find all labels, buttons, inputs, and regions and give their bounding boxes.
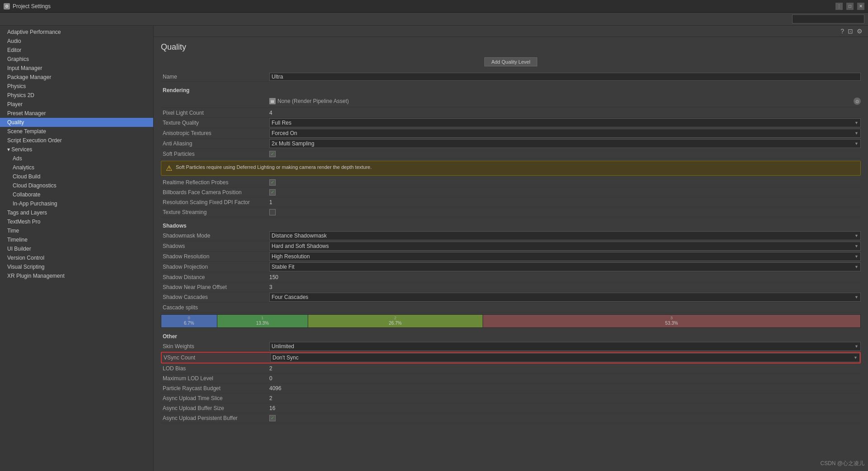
sidebar-item-scene-template[interactable]: Scene Template — [0, 127, 153, 136]
sidebar-item-textmesh-pro[interactable]: TextMesh Pro — [0, 217, 153, 226]
sidebar-item-preset-manager[interactable]: Preset Manager — [0, 109, 153, 118]
title-bar-left: ⚙ Project Settings — [4, 3, 51, 9]
add-quality-button[interactable]: Add Quality Level — [484, 57, 537, 66]
anti-aliasing-label: Anti Aliasing — [161, 140, 269, 147]
cascade-segment-1[interactable]: 113.3% — [217, 315, 308, 327]
app-icon: ⚙ — [4, 3, 10, 9]
cascade-num-1: 1 — [261, 316, 263, 320]
sidebar-item-player[interactable]: Player — [0, 100, 153, 109]
particle-raycast-text: 4096 — [269, 385, 282, 392]
sidebar-item-script-execution-order[interactable]: Script Execution Order — [0, 136, 153, 145]
sidebar-item-services[interactable]: ▾ Services — [0, 145, 153, 154]
search-input[interactable] — [792, 14, 864, 23]
realtime-reflection-checkbox[interactable]: ✓ — [269, 179, 276, 186]
shadows-selected: Hard and Soft Shadows — [272, 243, 329, 249]
add-quality-row: Add Quality Level — [154, 56, 868, 72]
shadow-distance-row: Shadow Distance 150 — [161, 272, 861, 282]
name-row: Name — [161, 72, 861, 82]
cascade-segment-0[interactable]: 06.7% — [161, 315, 217, 327]
cascade-segment-3[interactable]: 353.3% — [483, 315, 860, 327]
async-time-slice-text: 2 — [269, 395, 272, 401]
sidebar-item-in-app-purchasing[interactable]: In-App Purchasing — [0, 199, 153, 208]
shadow-cascades-dropdown[interactable]: Four Cascades ▼ — [269, 293, 861, 302]
shadows-arrow-icon: ▼ — [854, 244, 859, 248]
soft-particles-checkbox[interactable]: ✓ — [269, 151, 276, 157]
vsync-count-dropdown[interactable]: Don't Sync ▼ — [270, 353, 860, 362]
sidebar-item-graphics[interactable]: Graphics — [0, 55, 153, 64]
sidebar-item-physics-2d[interactable]: Physics 2D — [0, 91, 153, 100]
async-persistent-buffer-checkbox[interactable]: ✓ — [269, 415, 276, 421]
texture-streaming-checkbox[interactable]: ✓ — [269, 209, 276, 215]
menu-button[interactable]: ⋮ — [835, 3, 843, 10]
sidebar: Adaptive Performance Audio Editor Graphi… — [0, 26, 154, 471]
max-lod-row: Maximum LOD Level 0 — [161, 373, 861, 383]
anti-aliasing-arrow-icon: ▼ — [854, 141, 859, 146]
sidebar-item-package-manager[interactable]: Package Manager — [0, 73, 153, 82]
close-button[interactable]: ✕ — [857, 3, 864, 10]
cascade-bar[interactable]: 06.7%113.3%226.7%353.3% — [161, 314, 861, 328]
sidebar-item-input-manager[interactable]: Input Manager — [0, 64, 153, 73]
sidebar-item-adaptive-performance[interactable]: Adaptive Performance — [0, 28, 153, 37]
shadowmask-mode-dropdown[interactable]: Distance Shadowmask ▼ — [269, 231, 861, 240]
async-buffer-size-label: Async Upload Buffer Size — [161, 405, 269, 411]
shadow-distance-label: Shadow Distance — [161, 274, 269, 280]
settings-icon-button[interactable]: ⚙ — [857, 28, 863, 35]
texture-quality-row: Texture Quality Full Res ▼ — [161, 118, 861, 128]
shadow-projection-dropdown[interactable]: Stable Fit ▼ — [269, 262, 861, 271]
max-lod-label: Maximum LOD Level — [161, 375, 269, 382]
vsync-count-value: Don't Sync ▼ — [270, 353, 860, 362]
particle-raycast-value: 4096 — [269, 385, 861, 392]
shadow-cascades-value: Four Cascades ▼ — [269, 293, 861, 302]
async-persistent-buffer-row: Async Upload Persistent Buffer ✓ — [161, 413, 861, 423]
name-value — [269, 73, 861, 81]
help-icon-button[interactable]: ? — [840, 28, 844, 35]
billboards-face-value: ✓ — [269, 189, 861, 196]
cascade-pct-1: 13.3% — [256, 321, 269, 326]
sidebar-item-cloud-diagnostics[interactable]: Cloud Diagnostics — [0, 181, 153, 190]
sidebar-item-tags-and-layers[interactable]: Tags and Layers — [0, 208, 153, 217]
asset-file-icon: ▤ — [269, 98, 276, 104]
billboards-face-checkbox[interactable]: ✓ — [269, 189, 276, 196]
shadow-projection-label: Shadow Projection — [161, 264, 269, 270]
sidebar-item-ui-builder[interactable]: UI Builder — [0, 244, 153, 253]
main-layout: Adaptive Performance Audio Editor Graphi… — [0, 26, 868, 471]
sidebar-item-physics[interactable]: Physics — [0, 82, 153, 91]
sidebar-item-version-control[interactable]: Version Control — [0, 253, 153, 262]
texture-quality-selected: Full Res — [272, 120, 291, 126]
texture-quality-value[interactable]: Full Res ▼ — [269, 118, 861, 127]
page-title: Quality — [154, 37, 868, 56]
vsync-count-arrow-icon: ▼ — [854, 355, 858, 360]
shadows-dropdown[interactable]: Hard and Soft Shadows ▼ — [269, 242, 861, 251]
async-buffer-size-value: 16 — [269, 405, 861, 411]
sidebar-item-cloud-build[interactable]: Cloud Build — [0, 172, 153, 181]
resolution-scaling-text: 1 — [269, 199, 272, 205]
sidebar-item-analytics[interactable]: Analytics — [0, 163, 153, 172]
anti-aliasing-dropdown[interactable]: 2x Multi Sampling ▼ — [269, 139, 861, 148]
billboards-face-row: Billboards Face Camera Position ✓ — [161, 187, 861, 197]
restore-button[interactable]: □ — [846, 3, 854, 10]
soft-particles-value: ✓ — [269, 150, 861, 157]
sidebar-item-visual-scripting[interactable]: Visual Scripting — [0, 262, 153, 271]
asset-select-button[interactable]: ⊙ — [854, 98, 861, 105]
name-input[interactable] — [269, 73, 861, 81]
sidebar-item-time[interactable]: Time — [0, 226, 153, 235]
sidebar-item-quality[interactable]: Quality — [0, 118, 153, 127]
sidebar-item-timeline[interactable]: Timeline — [0, 235, 153, 244]
sidebar-item-ads[interactable]: Ads — [0, 154, 153, 163]
shadow-near-plane-label: Shadow Near Plane Offset — [161, 284, 269, 290]
sidebar-item-audio[interactable]: Audio — [0, 37, 153, 46]
particle-raycast-label: Particle Raycast Budget — [161, 385, 269, 392]
skin-weights-value: Unlimited ▼ — [269, 342, 861, 351]
sidebar-item-editor[interactable]: Editor — [0, 46, 153, 55]
shadow-projection-row: Shadow Projection Stable Fit ▼ — [161, 262, 861, 272]
layout-icon-button[interactable]: ⊡ — [848, 28, 853, 35]
async-persistent-buffer-value: ✓ — [269, 415, 861, 421]
shadow-resolution-dropdown[interactable]: High Resolution ▼ — [269, 252, 861, 261]
cascade-segment-2[interactable]: 226.7% — [308, 315, 483, 327]
sidebar-item-collaborate[interactable]: Collaborate — [0, 190, 153, 199]
anisotropic-dropdown[interactable]: Forced On ▼ — [269, 129, 861, 138]
skin-weights-dropdown[interactable]: Unlimited ▼ — [269, 342, 861, 351]
texture-quality-dropdown[interactable]: Full Res ▼ — [269, 118, 861, 127]
sidebar-item-xr-plugin-management[interactable]: XR Plugin Management — [0, 271, 153, 280]
async-buffer-size-row: Async Upload Buffer Size 16 — [161, 403, 861, 413]
